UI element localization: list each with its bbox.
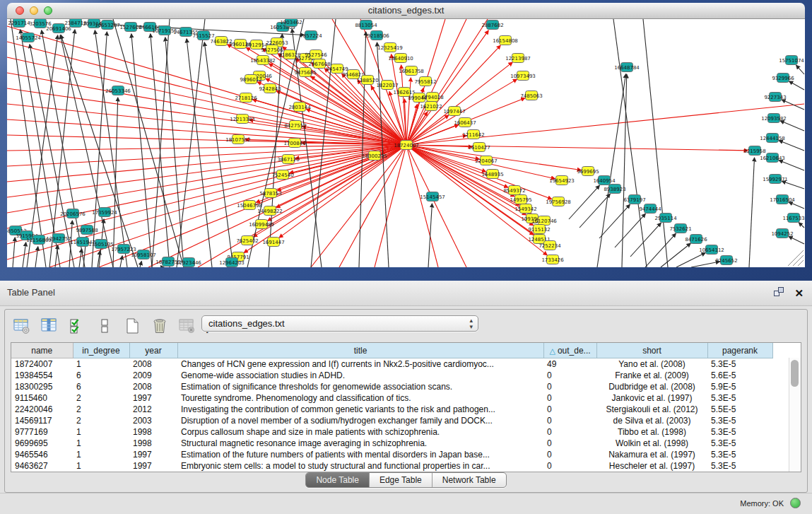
cell-title[interactable]: Structural magnetic resonance image aver… — [177, 438, 543, 449]
table-row[interactable]: 946554611997Estimation of the future num… — [11, 449, 789, 460]
cell-year[interactable]: 1997 — [129, 460, 177, 472]
graph-node-teal[interactable]: 8938923 — [604, 185, 625, 194]
cell-out_de[interactable]: 0 — [543, 449, 596, 460]
cell-year[interactable]: 2012 — [129, 404, 177, 415]
cell-short[interactable]: Stergiakouli et al. (2012) — [596, 404, 707, 415]
table-row[interactable]: 969969511998Structural magnetic resonanc… — [11, 438, 789, 449]
network-nodes[interactable]: 1872400774638228960128891295422260539527… — [7, 19, 805, 267]
zoom-window-button[interactable] — [44, 6, 52, 15]
column-header-year[interactable]: year — [129, 343, 177, 358]
cell-in_degree[interactable]: 1 — [73, 460, 129, 472]
graph-node-yellow[interactable]: 1097447 — [443, 107, 465, 116]
graph-node-teal[interactable]: 1094252 — [771, 229, 793, 238]
table-row[interactable]: 1830029562008Estimation of significance … — [11, 381, 789, 392]
cell-out_de[interactable]: 0 — [543, 460, 596, 472]
cell-name[interactable]: 19384554 — [11, 370, 73, 381]
graph-node-yellow[interactable]: 1733426 — [541, 255, 564, 264]
table-row[interactable]: 946362711997Embryonic stem cells: a mode… — [11, 460, 789, 472]
memory-status-indicator[interactable] — [790, 498, 801, 508]
graph-node-teal[interactable]: 6379197 — [623, 195, 645, 204]
table-row[interactable]: 911546021997Tourette syndrome. Phenomeno… — [11, 392, 789, 404]
graph-node-teal[interactable]: 2887682 — [481, 21, 503, 30]
graph-node-yellow[interactable]: 18107552 — [225, 135, 251, 144]
graph-node-teal[interactable]: 14055724 — [16, 33, 41, 42]
graph-node-yellow[interactable]: 1549342 — [514, 204, 536, 214]
cell-title[interactable]: Embryonic stem cells: a model to study s… — [177, 460, 543, 472]
graph-node-teal[interactable]: 7532621 — [669, 224, 691, 233]
cell-name[interactable]: 22420046 — [11, 404, 73, 415]
cell-out_de[interactable]: 0 — [543, 415, 596, 426]
graph-node-yellow[interactable]: 16099489 — [249, 220, 274, 229]
graph-node-yellow[interactable]: 7625402 — [236, 236, 258, 245]
graph-node-teal[interactable]: 9329966 — [772, 74, 794, 83]
cell-year[interactable]: 1997 — [129, 449, 177, 460]
table-row[interactable]: 977716911998Corpus callosum shape and si… — [11, 426, 789, 438]
cell-out_de[interactable]: 0 — [543, 381, 596, 392]
graph-node-yellow[interactable]: 19654923 — [549, 176, 575, 185]
graph-node-yellow[interactable]: 16961758 — [399, 66, 424, 76]
cell-out_de[interactable]: 0 — [543, 426, 596, 438]
graph-node-teal[interactable]: 1640954 — [593, 176, 616, 185]
float-panel-icon[interactable] — [773, 286, 784, 300]
close-window-button[interactable] — [16, 6, 24, 15]
graph-node-yellow[interactable]: 9699695 — [577, 167, 599, 176]
cell-name[interactable]: 9463627 — [11, 460, 73, 472]
cell-year[interactable]: 2003 — [129, 415, 177, 426]
cell-in_degree[interactable]: 2 — [73, 415, 129, 426]
graph-node-teal[interactable]: 10654112 — [699, 245, 724, 255]
cell-title[interactable]: Disruption of a novel member of a sodium… — [177, 415, 543, 426]
cell-name[interactable]: 9465546 — [11, 449, 73, 460]
graph-node-yellow[interactable]: 12213987 — [505, 54, 531, 63]
table-select-dropdown[interactable]: citations_edges.txt ▴▾ — [201, 315, 478, 332]
graph-node-teal[interactable]: 26053346 — [105, 86, 131, 95]
graph-node-teal[interactable]: 16648784 — [614, 63, 640, 72]
cell-year[interactable]: 2008 — [129, 358, 177, 370]
graph-node-teal[interactable]: 8215958 — [743, 146, 765, 156]
cell-pagerank[interactable]: 5.3E-5 — [707, 460, 772, 472]
column-header-out_de[interactable]: △out_de... — [543, 343, 596, 358]
cell-pagerank[interactable]: 5.3E-5 — [707, 415, 772, 426]
cell-pagerank[interactable]: 5.5E-5 — [707, 404, 772, 415]
tab-edge-table[interactable]: Edge Table — [369, 473, 432, 487]
graph-node-teal[interactable]: 15145457 — [420, 192, 445, 201]
graph-node-yellow[interactable]: 10973493 — [510, 71, 536, 81]
cell-name[interactable]: 9699695 — [11, 438, 73, 449]
graph-node-teal[interactable]: 9474444 — [639, 204, 661, 214]
cell-short[interactable]: Wolkin et al. (1998) — [596, 438, 707, 449]
graph-node-teal[interactable]: 2935114 — [654, 214, 677, 223]
cell-title[interactable]: Corpus callosum shape and size in male p… — [177, 426, 543, 438]
cell-title[interactable]: Genome-wide association studies in ADHD. — [177, 370, 543, 381]
graph-node-yellow[interactable]: 12325419 — [377, 43, 403, 52]
network-window-titlebar[interactable]: citations_edges.txt — [7, 3, 805, 19]
graph-node-teal[interactable]: 8471626 — [685, 235, 707, 244]
cell-in_degree[interactable]: 1 — [73, 438, 129, 449]
graph-node-yellow[interactable]: 16154808 — [493, 36, 518, 45]
canvas-resize-grip[interactable] — [788, 250, 804, 266]
cell-short[interactable]: Franke et al. (2009) — [596, 370, 707, 381]
cell-in_degree[interactable]: 2 — [73, 404, 129, 415]
tab-network-table[interactable]: Network Table — [432, 473, 506, 487]
graph-node-teal[interactable]: 12093582 — [761, 114, 787, 123]
cell-short[interactable]: Nakamura et al. (1997) — [596, 449, 707, 460]
graph-node-yellow[interactable]: 12213383 — [230, 115, 255, 124]
cell-pagerank[interactable]: 5.3E-5 — [707, 449, 772, 460]
column-header-in_degree[interactable]: in_degree — [73, 343, 129, 358]
graph-node-teal[interactable]: 9245652 — [715, 256, 737, 265]
table-row[interactable]: 1456911722003Disruption of a novel membe… — [11, 415, 789, 426]
table-row[interactable]: 2242004622012Investigating the contribut… — [11, 404, 789, 415]
graph-node-teal[interactable]: 17016504 — [770, 195, 795, 204]
table-vertical-scrollbar[interactable] — [789, 358, 801, 472]
cell-year[interactable]: 1998 — [129, 438, 177, 449]
new-file-icon[interactable] — [122, 316, 142, 336]
cell-pagerank[interactable]: 5.6E-5 — [707, 370, 772, 381]
graph-node-yellow[interactable]: 1610427 — [468, 143, 490, 152]
table-row[interactable]: 1872400712008Changes of HCN gene express… — [11, 358, 789, 370]
cell-pagerank[interactable]: 5.3E-5 — [707, 392, 772, 404]
column-header-name[interactable]: name — [11, 343, 73, 358]
network-graph[interactable]: 1872400774638228960128891295422260539527… — [7, 19, 805, 267]
cell-name[interactable]: 18300295 — [11, 381, 73, 392]
cell-year[interactable]: 1997 — [129, 392, 177, 404]
cell-out_de[interactable]: 0 — [543, 438, 596, 449]
cell-title[interactable]: Estimation of significance thresholds fo… — [177, 381, 543, 392]
cell-out_de[interactable]: 0 — [543, 404, 596, 415]
